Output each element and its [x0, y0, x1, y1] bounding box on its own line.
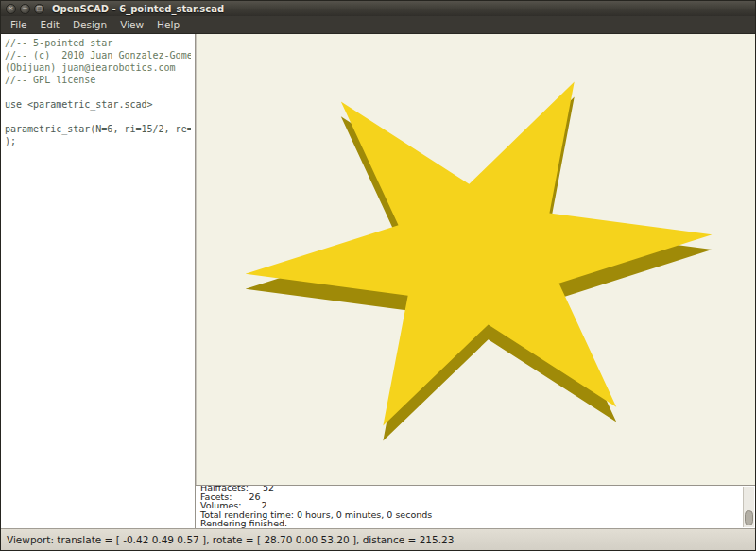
- menu-design[interactable]: Design: [66, 18, 113, 31]
- viewport-status-text: Viewport: translate = [ -0.42 0.49 0.57 …: [7, 534, 454, 545]
- menu-help[interactable]: Help: [150, 18, 186, 31]
- status-bar: Viewport: translate = [ -0.42 0.49 0.57 …: [1, 528, 755, 550]
- editor-line: //-- GPL license: [5, 74, 191, 86]
- console-line: Halffacets: 52: [200, 485, 740, 492]
- scrollbar-thumb[interactable]: [745, 510, 753, 525]
- window-controls: ×−□: [6, 4, 44, 14]
- console-output: Halffacets: 52Facets: 26Volumes: 2Total …: [196, 485, 755, 528]
- star-top-face: [246, 82, 713, 426]
- title-bar[interactable]: ×−□ OpenSCAD - 6_pointed_star.scad: [1, 1, 755, 16]
- editor-line: [5, 111, 191, 123]
- editor-line: [5, 86, 191, 98]
- editor-line: );: [5, 135, 191, 147]
- console-line: Facets: 26: [200, 492, 740, 502]
- menu-bar: FileEditDesignViewHelp: [1, 16, 755, 34]
- minimize-button[interactable]: −: [20, 4, 30, 14]
- menu-file[interactable]: File: [4, 18, 34, 31]
- console-line: Rendering finished.: [200, 519, 740, 528]
- console-scrollbar[interactable]: [743, 487, 754, 527]
- openscad-window: ×−□ OpenSCAD - 6_pointed_star.scad FileE…: [0, 0, 756, 551]
- console-log: Halffacets: 52Facets: 26Volumes: 2Total …: [200, 485, 740, 528]
- close-button[interactable]: ×: [6, 4, 16, 14]
- editor-line: use <parametric_star.scad>: [5, 98, 191, 111]
- maximize-button[interactable]: □: [34, 4, 44, 14]
- menu-edit[interactable]: Edit: [34, 18, 66, 31]
- editor-line: (Obijuan) juan@iearobotics.com: [5, 61, 191, 74]
- star-model: [197, 34, 755, 485]
- menu-view[interactable]: View: [113, 18, 150, 31]
- main-area: //-- 5-pointed star//-- (c) 2010 Juan Go…: [1, 34, 755, 528]
- editor-line: //-- (c) 2010 Juan Gonzalez-Gomez: [5, 49, 191, 61]
- code-editor[interactable]: //-- 5-pointed star//-- (c) 2010 Juan Go…: [1, 34, 196, 528]
- 3d-viewport[interactable]: [196, 34, 755, 485]
- editor-line: //-- 5-pointed star: [5, 37, 191, 49]
- editor-line: parametric_star(N=6, ri=15/2, re=20: [5, 123, 191, 135]
- right-pane: Halffacets: 52Facets: 26Volumes: 2Total …: [196, 34, 755, 528]
- window-title: OpenSCAD - 6_pointed_star.scad: [52, 4, 224, 14]
